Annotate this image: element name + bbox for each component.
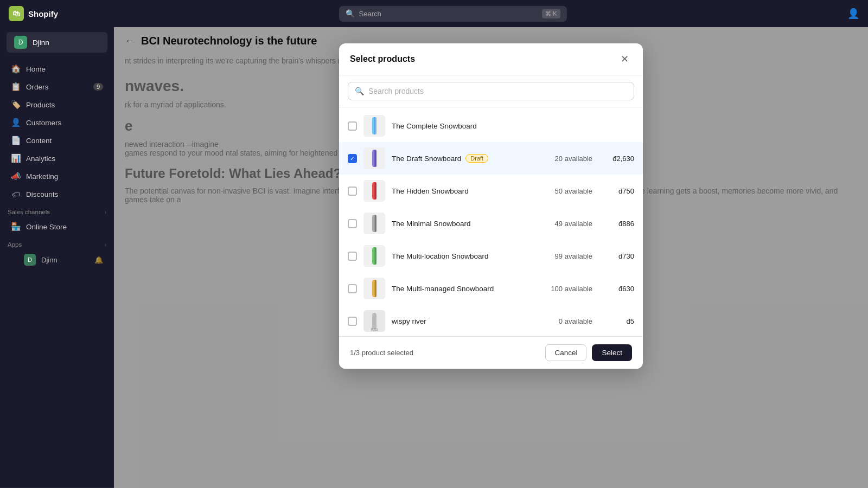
product-name: The Complete Snowboard <box>392 122 477 130</box>
analytics-icon: 📊 <box>11 153 21 163</box>
products-icon: 🏷️ <box>11 100 21 110</box>
sidebar-item-label: Content <box>26 137 52 145</box>
sidebar-item-discounts[interactable]: 🏷 Discounts <box>3 185 111 203</box>
product-row[interactable]: ✓ The Draft SnowboardDraft20 availableđ2… <box>339 142 643 175</box>
product-checkbox[interactable] <box>348 317 357 326</box>
product-checkbox[interactable] <box>348 187 357 196</box>
orders-badge: 9 <box>93 83 103 91</box>
product-checkbox[interactable] <box>348 252 357 261</box>
product-row[interactable]: IMG wispy river0 availableđ5 <box>339 305 643 336</box>
product-checkbox[interactable] <box>348 284 357 293</box>
modal-footer: 1/3 product selected Cancel Select <box>339 336 643 369</box>
product-price: đ2,630 <box>599 155 634 163</box>
search-icon: 🔍 <box>346 9 355 18</box>
sidebar-item-label: Products <box>26 101 55 109</box>
svg-rect-11 <box>375 182 376 200</box>
notification-bell-icon[interactable]: 🔔 <box>94 256 103 264</box>
product-thumbnail: IMG <box>363 310 385 332</box>
select-button[interactable]: Select <box>592 344 632 361</box>
product-availability: 99 available <box>544 252 592 260</box>
product-price: đ750 <box>599 187 634 195</box>
orders-icon: 📋 <box>11 82 21 92</box>
search-icon: 🔍 <box>355 87 364 95</box>
product-info: wispy river <box>392 317 537 325</box>
product-row[interactable]: The Multi-managed Snowboard100 available… <box>339 272 643 305</box>
product-search-input[interactable] <box>368 87 627 95</box>
selection-info: 1/3 product selected <box>350 349 413 357</box>
shopify-bag-icon: 🛍 <box>9 6 24 21</box>
svg-text:IMG: IMG <box>371 328 378 331</box>
store-name: Djinn <box>33 38 49 47</box>
svg-rect-7 <box>375 150 376 167</box>
product-thumbnail <box>363 213 385 234</box>
sidebar-nav: 🏠 Home 📋 Orders 9 🏷️ Products 👤 Customer… <box>0 55 114 487</box>
search-placeholder: Search <box>359 10 381 18</box>
product-price: đ630 <box>599 285 634 293</box>
apps-section: Apps › <box>0 236 114 250</box>
product-availability: 49 available <box>544 220 592 228</box>
djinn-icon: D <box>24 254 36 266</box>
store-selector[interactable]: D Djinn <box>7 32 107 53</box>
product-info: The Minimal Snowboard <box>392 220 537 228</box>
product-availability: 100 available <box>544 285 592 293</box>
product-availability: 50 available <box>544 187 592 195</box>
product-info: The Hidden Snowboard <box>392 187 537 195</box>
apps-label: Apps <box>8 241 22 248</box>
modal-header: Select products ✕ <box>339 43 643 75</box>
discounts-icon: 🏷 <box>11 189 21 199</box>
product-name: The Hidden Snowboard <box>392 187 469 195</box>
search-shortcut: ⌘ K <box>542 9 560 18</box>
svg-rect-23 <box>375 280 376 297</box>
product-checkbox[interactable] <box>348 121 357 131</box>
sidebar-item-label: Home <box>26 65 46 73</box>
svg-rect-15 <box>375 215 376 232</box>
sidebar-item-label: Customers <box>26 119 61 127</box>
sidebar-item-home[interactable]: 🏠 Home <box>3 60 111 78</box>
product-info: The Multi-location Snowboard <box>392 252 537 260</box>
product-thumbnail <box>363 147 385 169</box>
cancel-button[interactable]: Cancel <box>545 344 586 361</box>
product-name: The Draft Snowboard <box>392 155 461 163</box>
product-info: The Multi-managed Snowboard <box>392 285 537 293</box>
sidebar-item-content[interactable]: 📄 Content <box>3 132 111 149</box>
product-checkbox[interactable]: ✓ <box>348 154 357 163</box>
product-search-container[interactable]: 🔍 <box>348 82 634 100</box>
sidebar-item-products[interactable]: 🏷️ Products <box>3 96 111 113</box>
modal-close-button[interactable]: ✕ <box>617 52 632 66</box>
sales-channels-chevron[interactable]: › <box>105 209 106 215</box>
sidebar-item-label: Orders <box>26 83 48 91</box>
sidebar-item-customers[interactable]: 👤 Customers <box>3 114 111 131</box>
product-info: The Draft SnowboardDraft <box>392 154 537 163</box>
product-row[interactable]: The Complete Snowboard <box>339 110 643 142</box>
svg-rect-3 <box>375 117 376 134</box>
sidebar-item-online-store[interactable]: 🏪 Online Store <box>3 218 111 235</box>
product-name: The Multi-location Snowboard <box>392 252 489 260</box>
modal-overlay: Select products ✕ 🔍 The Complete Snowboa… <box>114 27 868 488</box>
modal-title: Select products <box>350 54 415 64</box>
product-checkbox[interactable] <box>348 219 357 228</box>
sidebar-item-analytics[interactable]: 📊 Analytics <box>3 150 111 167</box>
product-thumbnail <box>363 245 385 267</box>
product-info: The Complete Snowboard <box>392 122 634 130</box>
sidebar-item-orders[interactable]: 📋 Orders 9 <box>3 78 111 95</box>
marketing-icon: 📣 <box>11 171 21 181</box>
product-price: đ886 <box>599 220 634 228</box>
product-draft-badge: Draft <box>465 154 488 163</box>
product-row[interactable]: The Multi-location Snowboard99 available… <box>339 240 643 272</box>
product-name: The Multi-managed Snowboard <box>392 285 494 293</box>
product-price: đ730 <box>599 252 634 260</box>
user-icon[interactable]: 👤 <box>847 8 859 20</box>
global-search-bar[interactable]: 🔍 Search ⌘ K <box>339 6 567 22</box>
online-store-icon: 🏪 <box>11 222 21 232</box>
apps-chevron[interactable]: › <box>105 242 106 248</box>
product-row[interactable]: The Hidden Snowboard50 availableđ750 <box>339 175 643 207</box>
product-row[interactable]: The Minimal Snowboard49 availableđ886 <box>339 207 643 240</box>
customers-icon: 👤 <box>11 118 21 127</box>
modal-actions: Cancel Select <box>545 344 632 361</box>
sidebar-item-label: Online Store <box>26 223 67 231</box>
content-icon: 📄 <box>11 136 21 145</box>
product-price: đ5 <box>599 317 634 325</box>
sidebar-item-marketing[interactable]: 📣 Marketing <box>3 168 111 185</box>
home-icon: 🏠 <box>11 64 21 74</box>
sidebar-item-djinn[interactable]: D Djinn 🔔 <box>3 251 111 269</box>
